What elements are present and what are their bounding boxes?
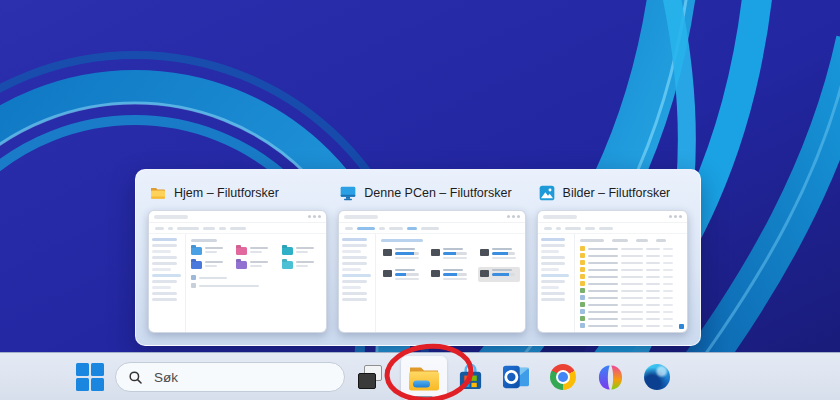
outlook-button[interactable]	[502, 363, 530, 391]
preview-title: Hjem – Filutforsker	[174, 186, 279, 200]
task-view-button[interactable]	[356, 363, 384, 391]
preview-title: Denne PCen – Filutforsker	[364, 186, 511, 200]
file-row	[580, 295, 682, 300]
search-input[interactable]	[152, 369, 316, 386]
file-explorer-button[interactable]	[401, 356, 447, 400]
chrome-icon	[550, 364, 576, 390]
file-row	[580, 267, 682, 272]
preview-header: Denne PCen – Filutforsker	[338, 180, 525, 210]
taskbar	[0, 352, 840, 400]
mini-sidebar	[538, 234, 575, 332]
file-row	[580, 302, 682, 307]
edge-icon	[644, 364, 670, 390]
home-tile-grid	[191, 247, 321, 269]
microsoft-store-icon	[457, 364, 484, 391]
drive-item	[478, 246, 520, 261]
active-app-indicator	[415, 396, 433, 399]
windows-desktop: Hjem – Filutforsker	[0, 0, 840, 400]
preview-card-bilder[interactable]: Bilder – Filutforsker	[537, 180, 688, 333]
outlook-icon	[502, 364, 530, 390]
mini-content-home	[186, 234, 326, 332]
file-row	[580, 246, 682, 251]
preview-header: Bilder – Filutforsker	[537, 180, 688, 210]
home-tile	[191, 247, 230, 255]
home-tile	[191, 261, 230, 269]
copilot-icon	[597, 364, 624, 391]
folder-icon	[150, 186, 166, 200]
file-row	[580, 309, 682, 314]
file-row	[580, 316, 682, 321]
pictures-icon	[539, 185, 555, 201]
file-rows	[580, 246, 682, 328]
mini-sidebar	[339, 234, 376, 332]
home-tile	[236, 247, 275, 255]
file-row	[580, 274, 682, 279]
mini-toolbar	[149, 223, 326, 234]
monitor-icon	[340, 186, 356, 201]
edge-button[interactable]	[643, 363, 671, 391]
file-row	[580, 260, 682, 265]
mini-content-files	[575, 234, 687, 332]
search-box[interactable]	[115, 362, 345, 392]
preview-header: Hjem – Filutforsker	[148, 180, 327, 210]
file-row	[580, 288, 682, 293]
mini-titlebar	[538, 211, 687, 223]
taskbar-preview-popup: Hjem – Filutforsker	[135, 169, 701, 346]
preview-card-denne-pcen[interactable]: Denne PCen – Filutforsker	[338, 180, 525, 333]
file-row	[580, 253, 682, 258]
file-explorer-icon	[408, 365, 440, 392]
drive-item	[429, 246, 471, 261]
home-tile	[282, 261, 321, 269]
mini-sidebar	[149, 234, 186, 332]
drive-item	[381, 246, 423, 261]
copilot-button[interactable]	[596, 363, 624, 391]
drive-item	[381, 267, 423, 282]
chrome-button[interactable]	[549, 363, 577, 391]
sync-status-dot	[679, 324, 684, 329]
thumbnail-denne-pcen-window[interactable]	[338, 210, 525, 333]
mini-toolbar	[339, 223, 524, 234]
thumbnail-hjem-window[interactable]	[148, 210, 327, 333]
microsoft-store-button[interactable]	[456, 363, 484, 391]
mini-toolbar	[538, 223, 687, 234]
drive-grid	[381, 246, 519, 282]
preview-title: Bilder – Filutforsker	[563, 186, 671, 200]
drive-item	[429, 267, 471, 282]
file-row	[580, 323, 682, 328]
home-tile	[282, 247, 321, 255]
thumbnail-bilder-window[interactable]	[537, 210, 688, 333]
windows-logo-icon	[76, 363, 89, 376]
mini-content-drives	[376, 234, 524, 332]
mini-titlebar	[149, 211, 326, 223]
search-icon	[128, 370, 143, 385]
start-button[interactable]	[76, 363, 104, 391]
home-tile	[236, 261, 275, 269]
mini-titlebar	[339, 211, 524, 223]
preview-card-hjem[interactable]: Hjem – Filutforsker	[148, 180, 327, 333]
drive-item	[478, 267, 520, 282]
file-row	[580, 281, 682, 286]
